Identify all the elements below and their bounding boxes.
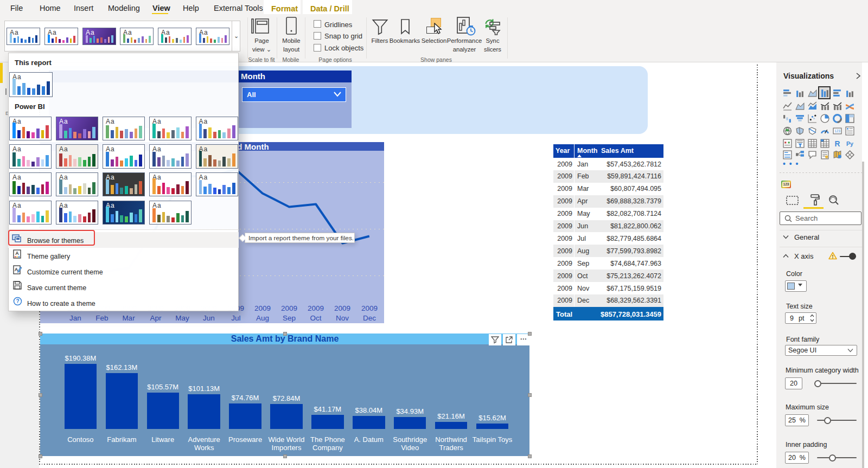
svg-text:A: A — [15, 251, 19, 256]
svg-text:Py: Py — [846, 140, 853, 147]
svg-text:R: R — [835, 139, 840, 148]
svg-text:?: ? — [16, 298, 19, 304]
svg-text:123: 123 — [834, 129, 840, 133]
